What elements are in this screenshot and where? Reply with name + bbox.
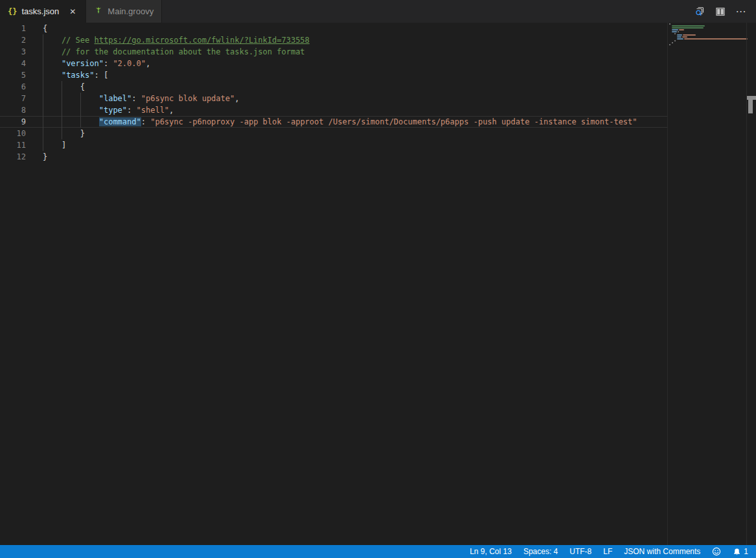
bell-icon bbox=[733, 548, 741, 556]
minimap-line bbox=[669, 23, 670, 25]
feedback-smiley-icon[interactable] bbox=[706, 545, 727, 558]
minimap-line bbox=[672, 25, 705, 27]
indentation-setting[interactable]: Spaces: 4 bbox=[518, 545, 564, 558]
open-preview-search-icon[interactable] bbox=[694, 6, 705, 17]
minimap-line bbox=[669, 44, 670, 45]
split-editor-icon[interactable] bbox=[715, 6, 726, 17]
editor-actions: ⋯ bbox=[694, 0, 756, 23]
code-line-10[interactable]: 10 } bbox=[0, 128, 667, 139]
minimap-line bbox=[677, 36, 687, 38]
code-line-3[interactable]: 3 // for the documentation about the tas… bbox=[0, 46, 667, 58]
line-number: 7 bbox=[0, 93, 26, 104]
notifications-bell[interactable]: 1 bbox=[727, 545, 756, 558]
line-content: } bbox=[26, 128, 85, 139]
minimap-line bbox=[672, 29, 684, 30]
line-number: 3 bbox=[0, 46, 26, 58]
tab-label: Main.groovy bbox=[108, 6, 154, 16]
code-line-5[interactable]: 5 "tasks": [ bbox=[0, 69, 667, 81]
code-line-12[interactable]: 12} bbox=[0, 151, 667, 163]
code-line-1[interactable]: 1{ bbox=[0, 23, 667, 34]
code-line-7[interactable]: 7 "label": "p6sync blok update", bbox=[0, 93, 667, 104]
json-braces-icon: {} bbox=[8, 7, 17, 16]
close-icon[interactable]: ✕ bbox=[67, 6, 78, 17]
code-line-9[interactable]: 9 "command": "p6sync -p6noproxy -app blo… bbox=[0, 116, 667, 128]
line-content: } bbox=[26, 151, 47, 163]
line-content: { bbox=[26, 81, 85, 93]
code-line-4[interactable]: 4 "version": "2.0.0", bbox=[0, 58, 667, 69]
encoding-setting[interactable]: UTF-8 bbox=[564, 545, 597, 558]
line-content: "type": "shell", bbox=[26, 104, 174, 116]
minimap-line bbox=[674, 33, 676, 34]
code-line-8[interactable]: 8 "type": "shell", bbox=[0, 104, 667, 116]
line-content: // for the documentation about the tasks… bbox=[26, 46, 305, 58]
line-number: 12 bbox=[0, 151, 26, 163]
minimap-line bbox=[674, 40, 676, 41]
language-mode[interactable]: JSON with Comments bbox=[618, 545, 706, 558]
eol-setting[interactable]: LF bbox=[597, 545, 618, 558]
line-content: { bbox=[26, 23, 47, 34]
tab-bar: {} tasks.json ✕ Main.groovy bbox=[0, 0, 756, 23]
minimap-line bbox=[677, 38, 748, 40]
code-line-11[interactable]: 11 ] bbox=[0, 139, 667, 151]
minimap-line bbox=[677, 34, 696, 36]
line-content: "command": "p6sync -p6noproxy -app blok … bbox=[26, 116, 637, 128]
code-area[interactable]: 1{2 // See https://go.microsoft.com/fwli… bbox=[0, 23, 667, 163]
line-number: 11 bbox=[0, 139, 26, 151]
line-content: ] bbox=[26, 139, 66, 151]
editor-pane[interactable]: 1{2 // See https://go.microsoft.com/fwli… bbox=[0, 23, 756, 545]
line-content: // See https://go.microsoft.com/fwlink/?… bbox=[26, 34, 310, 46]
line-number: 8 bbox=[0, 104, 26, 116]
line-number: 2 bbox=[0, 34, 26, 46]
line-number: 6 bbox=[0, 81, 26, 93]
line-content: "version": "2.0.0", bbox=[26, 58, 150, 69]
minimap[interactable] bbox=[667, 23, 746, 545]
overview-ruler[interactable] bbox=[746, 23, 756, 545]
line-content: "label": "p6sync blok update", bbox=[26, 93, 239, 104]
line-number: 1 bbox=[0, 23, 26, 34]
minimap-line bbox=[672, 42, 673, 43]
tab-main-groovy[interactable]: Main.groovy bbox=[86, 0, 162, 23]
line-number: 9 bbox=[0, 116, 26, 128]
line-number: 10 bbox=[0, 128, 26, 139]
code-line-6[interactable]: 6 { bbox=[0, 81, 667, 93]
cursor-position[interactable]: Ln 9, Col 13 bbox=[464, 545, 518, 558]
minimap-line bbox=[672, 27, 704, 29]
line-number: 4 bbox=[0, 58, 26, 69]
code-line-2[interactable]: 2 // See https://go.microsoft.com/fwlink… bbox=[0, 34, 667, 46]
minimap-line bbox=[672, 31, 679, 32]
tab-label: tasks.json bbox=[21, 6, 59, 16]
status-bar: Ln 9, Col 13 Spaces: 4 UTF-8 LF JSON wit… bbox=[0, 545, 756, 558]
tab-tasks-json[interactable]: {} tasks.json ✕ bbox=[0, 0, 86, 23]
line-number: 5 bbox=[0, 69, 26, 81]
more-actions-icon[interactable]: ⋯ bbox=[735, 6, 747, 17]
line-content: "tasks": [ bbox=[26, 69, 108, 81]
groovy-star-icon bbox=[94, 6, 103, 17]
ruler-selection-mark bbox=[748, 100, 753, 113]
notification-count: 1 bbox=[744, 547, 748, 556]
